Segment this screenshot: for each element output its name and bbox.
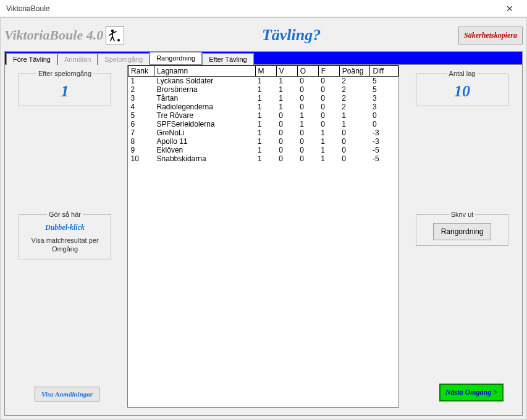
cell-m: 1: [255, 85, 276, 94]
cell-o: 0: [297, 77, 318, 86]
team-count-groupbox: Antal lag 10: [416, 70, 508, 106]
ranking-table[interactable]: Rank Lagnamn M V O F Poäng Diff 1Lyckans…: [128, 65, 398, 163]
cell-poang: 2: [339, 85, 370, 94]
table-row[interactable]: 2Brorsönerna110025: [129, 85, 398, 94]
cell-diff: 5: [370, 85, 398, 94]
table-row[interactable]: 10Snabbskidarna10010-5: [129, 154, 398, 163]
sport-icon: [106, 26, 124, 44]
table-row[interactable]: 1Lyckans Soldater110025: [129, 77, 398, 86]
cell-diff: 3: [370, 103, 398, 111]
table-header-row: Rank Lagnamn M V O F Poäng Diff: [129, 66, 398, 77]
cell-name: GreNoLi: [154, 128, 256, 137]
cell-f: 0: [318, 120, 339, 128]
header-row: ViktoriaBoule 4.0 Tävling? Säkerhetskopi…: [4, 22, 523, 49]
howto-groupbox: Gör så här Dubbel-klick Visa matchresult…: [19, 211, 111, 259]
cell-v: 0: [276, 120, 297, 128]
print-groupbox: Skriv ut Rangordning: [416, 211, 508, 246]
cell-name: Lyckans Soldater: [154, 77, 256, 86]
cell-v: 0: [276, 154, 297, 163]
cell-name: Brorsönerna: [154, 85, 256, 94]
cell-rank: 4: [129, 103, 154, 111]
cell-m: 1: [255, 137, 276, 146]
cell-m: 1: [255, 120, 276, 128]
round-groupbox: Efter spelomgång 1: [19, 70, 111, 106]
cell-o: 0: [297, 137, 318, 146]
window-title: ViktoriaBoule: [6, 4, 50, 13]
cell-o: 0: [297, 154, 318, 163]
tab-efter-tavling[interactable]: Efter Tävling: [202, 53, 254, 65]
close-button[interactable]: ✕: [497, 2, 522, 15]
next-round-button[interactable]: Nästa Omgång >: [439, 384, 504, 401]
cell-name: Snabbskidarna: [154, 154, 256, 163]
cell-rank: 1: [129, 77, 154, 86]
howto-title: Dubbel-klick: [24, 223, 106, 232]
ranking-panel: Rank Lagnamn M V O F Poäng Diff 1Lyckans…: [127, 65, 399, 408]
cell-name: Tre Rövare: [154, 111, 256, 120]
table-row[interactable]: 8Apollo 1110010-3: [129, 137, 398, 146]
table-row[interactable]: 6SPFSerieidolerna101010: [129, 120, 398, 128]
table-row[interactable]: 3Tårtan110023: [129, 94, 398, 103]
cell-poang: 2: [339, 94, 370, 103]
cell-f: 0: [318, 94, 339, 103]
cell-v: 0: [276, 146, 297, 154]
th-m[interactable]: M: [255, 66, 276, 77]
cell-o: 0: [297, 94, 318, 103]
cell-f: 1: [318, 154, 339, 163]
cell-v: 0: [276, 137, 297, 146]
cell-m: 1: [255, 128, 276, 137]
cell-m: 1: [255, 103, 276, 111]
cell-rank: 2: [129, 85, 154, 94]
titlebar: ViktoriaBoule ✕: [0, 0, 527, 17]
cell-f: 0: [318, 85, 339, 94]
howto-text: Visa matchresultat per Omgång: [24, 236, 106, 254]
cell-diff: -3: [370, 137, 398, 146]
th-name[interactable]: Lagnamn: [154, 66, 256, 77]
show-registrations-button[interactable]: Visa Anmälningar: [35, 387, 99, 401]
backup-button[interactable]: Säkerhetskopiera: [458, 27, 523, 44]
cell-f: 0: [318, 103, 339, 111]
cell-m: 1: [255, 77, 276, 86]
cell-poang: 1: [339, 111, 370, 120]
cell-name: Tårtan: [154, 94, 256, 103]
table-row[interactable]: 9Eklöven10010-5: [129, 146, 398, 154]
content-area: Efter spelomgång 1 Gör så här Dubbel-kli…: [4, 65, 523, 416]
cell-v: 1: [276, 94, 297, 103]
cell-f: 0: [318, 111, 339, 120]
table-row[interactable]: 7GreNoLi10010-3: [129, 128, 398, 137]
table-row[interactable]: 5Tre Rövare101010: [129, 111, 398, 120]
boule-player-icon: [108, 28, 122, 43]
svg-point-1: [117, 39, 120, 41]
cell-diff: -5: [370, 154, 398, 163]
tab-anmalan[interactable]: Anmälan: [57, 53, 98, 65]
cell-o: 0: [297, 85, 318, 94]
cell-rank: 5: [129, 111, 154, 120]
cell-m: 1: [255, 111, 276, 120]
th-poang[interactable]: Poäng: [339, 66, 370, 77]
th-o[interactable]: O: [297, 66, 318, 77]
cell-poang: 0: [339, 137, 370, 146]
cell-poang: 2: [339, 103, 370, 111]
cell-poang: 0: [339, 146, 370, 154]
cell-rank: 7: [129, 128, 154, 137]
print-ranking-button[interactable]: Rangordning: [433, 223, 492, 240]
cell-o: 0: [297, 103, 318, 111]
cell-rank: 6: [129, 120, 154, 128]
cell-name: SPFSerieidolerna: [154, 120, 256, 128]
table-row[interactable]: 4Radiolegenderna110023: [129, 103, 398, 111]
tab-spelomgang[interactable]: Spelomgång: [98, 53, 150, 65]
close-icon: ✕: [506, 4, 513, 14]
th-rank[interactable]: Rank: [129, 66, 154, 77]
th-f[interactable]: F: [318, 66, 339, 77]
cell-m: 1: [255, 154, 276, 163]
app-title-area: ViktoriaBoule 4.0: [4, 26, 124, 44]
th-v[interactable]: V: [276, 66, 297, 77]
cell-m: 1: [255, 146, 276, 154]
th-diff[interactable]: Diff: [370, 66, 398, 77]
cell-poang: 0: [339, 128, 370, 137]
tab-rangordning[interactable]: Rangordning: [150, 52, 202, 64]
cell-poang: 1: [339, 120, 370, 128]
cell-poang: 0: [339, 154, 370, 163]
cell-o: 0: [297, 146, 318, 154]
cell-diff: 3: [370, 94, 398, 103]
tab-fore-tavling[interactable]: Före Tävling: [6, 53, 57, 65]
